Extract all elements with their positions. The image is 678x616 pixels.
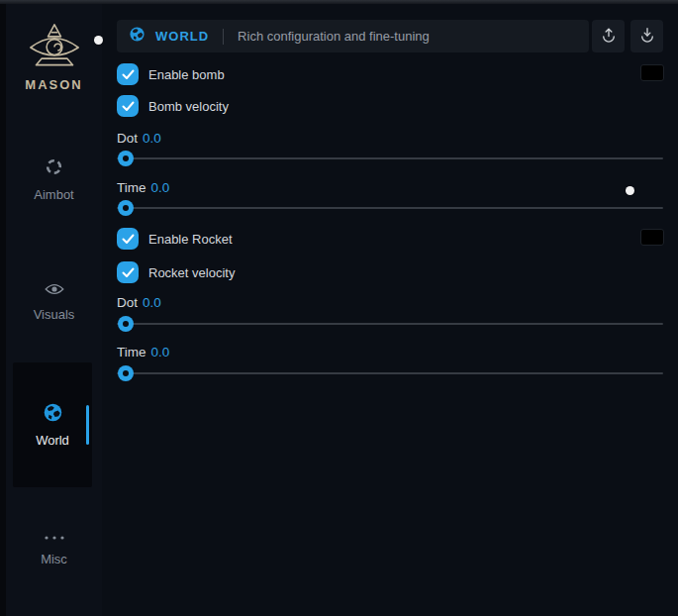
cursor-dot [94,36,103,45]
toggle-label: Enable Rocket [148,232,233,247]
crosshair-icon [45,157,63,179]
bomb-color-swatch[interactable] [640,64,664,81]
checkbox-checked[interactable] [117,261,139,283]
sidebar-item-label: Aimbot [34,187,73,202]
slider-name: Time [117,345,146,359]
sidebar-item-world-content: World [13,402,92,448]
slider-label-rocket-dot: Dot0.0 [117,295,161,310]
tab-header: WORLD Rich configuration and fine-tuning [117,20,589,52]
sidebar-item-aimbot[interactable]: Aimbot [6,157,102,202]
checkbox-checked[interactable] [117,95,139,117]
slider-label-bomb-time: Time0.0 [117,180,169,195]
slider-thumb[interactable] [118,151,134,166]
checkbox-checked[interactable] [117,63,139,85]
slider-track[interactable] [117,157,663,159]
slider-value: 0.0 [143,295,161,310]
slider-label-bomb-dot: Dot0.0 [117,131,161,146]
bomb-time-slider[interactable] [117,200,663,216]
checkbox-checked[interactable] [117,228,139,250]
slider-track[interactable] [117,323,663,325]
globe-icon [129,26,145,47]
download-icon [638,26,656,48]
slider-track[interactable] [117,372,663,374]
slider-track[interactable] [117,207,663,209]
slider-name: Time [117,180,146,195]
slider-value: 0.0 [151,345,170,359]
upload-icon [600,26,618,48]
slider-name: Dot [117,295,138,310]
brand-name: MASON [6,77,102,92]
sidebar-item-label: Misc [41,552,67,566]
toggle-rocket-velocity[interactable]: Rocket velocity [117,261,235,283]
slider-value: 0.0 [143,131,161,146]
slider-label-rocket-time: Time0.0 [117,345,169,359]
export-config-button[interactable] [592,20,625,52]
sidebar-item-visuals[interactable]: Visuals [6,282,102,322]
rocket-color-swatch[interactable] [640,229,664,246]
rocket-time-slider[interactable] [117,365,663,381]
toggle-enable-rocket[interactable]: Enable Rocket [117,228,233,250]
sidebar-item-label: World [36,433,69,448]
toggle-label: Bomb velocity [148,99,229,114]
page-title: WORLD [155,29,209,44]
page-subtitle: Rich configuration and fine-tuning [238,29,430,44]
sidebar-item-label: Visuals [34,307,75,322]
mason-eye-logo-icon [6,22,102,73]
main-panel: WORLD Rich configuration and fine-tuning [102,0,678,616]
globe-icon [43,402,63,426]
sidebar: MASON Aimbot Visuals [0,4,102,616]
active-tab-indicator [86,405,89,445]
rocket-dot-slider[interactable] [117,316,663,332]
toggle-label: Enable bomb [148,67,225,82]
toggle-bomb-velocity[interactable]: Bomb velocity [117,95,229,117]
toggle-label: Rocket velocity [148,265,235,280]
mason-window: MASON Aimbot Visuals [0,0,678,616]
brand-logo: MASON [6,22,102,92]
header-divider [223,29,224,45]
sidebar-item-world[interactable]: World [13,362,92,487]
toggle-enable-bomb[interactable]: Enable bomb [117,63,225,85]
eye-icon [45,282,64,299]
sidebar-item-misc[interactable]: Misc [6,529,102,566]
ellipsis-icon [44,529,65,544]
slider-thumb[interactable] [118,316,134,332]
slider-value: 0.0 [151,180,170,195]
slider-thumb[interactable] [118,200,134,216]
slider-thumb[interactable] [118,365,134,381]
slider-name: Dot [117,131,138,146]
cursor-dot [626,186,634,195]
import-config-button[interactable] [630,20,663,52]
bomb-dot-slider[interactable] [117,151,663,166]
